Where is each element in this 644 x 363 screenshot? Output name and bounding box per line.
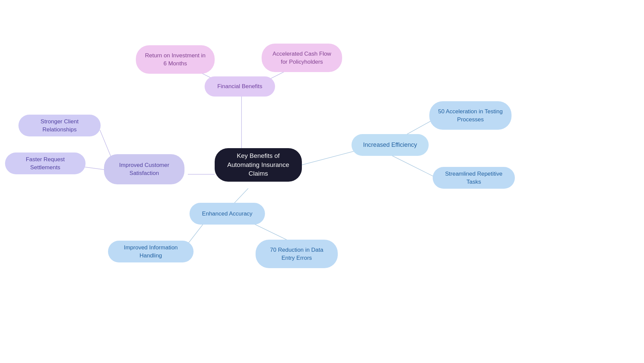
improved-customer-label: Improved Customer Satisfaction (112, 161, 176, 177)
enhanced-accuracy-node: Enhanced Accuracy (190, 203, 265, 225)
center-node: Key Benefits of Automating Insurance Cla… (215, 148, 302, 182)
svg-line-8 (389, 154, 436, 178)
increased-efficiency-node: Increased Efficiency (352, 134, 429, 156)
svg-line-6 (302, 151, 356, 165)
acceleration-testing-node: 50 Acceleration in Testing Processes (429, 101, 512, 130)
reduction-errors-node: 70 Reduction in Data Entry Errors (256, 240, 338, 268)
streamlined-tasks-label: Streamlined Repetitive Tasks (441, 170, 507, 186)
financial-benefits-node: Financial Benefits (205, 76, 275, 97)
reduction-errors-label: 70 Reduction in Data Entry Errors (264, 246, 330, 262)
stronger-client-label: Stronger Client Relationships (26, 118, 93, 134)
stronger-client-node: Stronger Client Relationships (18, 115, 101, 136)
return-on-investment-label: Return on Investment in 6 Months (144, 52, 207, 68)
accelerated-cash-flow-node: Accelerated Cash Flow for Policyholders (262, 44, 342, 72)
center-label: Key Benefits of Automating Insurance Cla… (223, 152, 294, 178)
faster-request-label: Faster Request Settlements (13, 156, 77, 172)
financial-benefits-label: Financial Benefits (217, 82, 262, 90)
improved-info-label: Improved Information Handling (116, 244, 185, 260)
increased-efficiency-label: Increased Efficiency (363, 141, 417, 149)
return-on-investment-node: Return on Investment in 6 Months (136, 45, 215, 74)
improved-info-node: Improved Information Handling (108, 241, 194, 262)
improved-customer-node: Improved Customer Satisfaction (104, 154, 184, 184)
faster-request-node: Faster Request Settlements (5, 153, 86, 174)
accelerated-cash-flow-label: Accelerated Cash Flow for Policyholders (270, 50, 334, 66)
streamlined-tasks-node: Streamlined Repetitive Tasks (433, 167, 515, 189)
acceleration-testing-label: 50 Acceleration in Testing Processes (437, 108, 503, 124)
enhanced-accuracy-label: Enhanced Accuracy (202, 210, 252, 218)
